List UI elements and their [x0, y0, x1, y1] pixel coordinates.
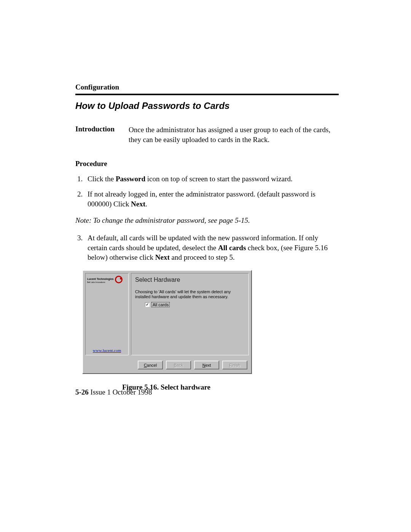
brand-logo: Lucent Technologies Bell Labs Innovation…: [87, 276, 127, 283]
introduction-block: Introduction Once the administrator has …: [75, 125, 339, 144]
wizard-title: Select Hardware: [135, 276, 245, 283]
page-footer: 5-26 Issue 1 October 1998: [75, 388, 152, 396]
wizard-main-panel: Select Hardware Choosing to 'All cards' …: [131, 273, 249, 355]
btn-text: ack: [177, 363, 183, 367]
btn-text: ext: [206, 363, 211, 367]
note-text: Note: To change the administrator passwo…: [75, 216, 339, 225]
cancel-button[interactable]: Cancel: [138, 361, 163, 369]
header-rule: [75, 94, 339, 95]
all-cards-label[interactable]: All cards: [151, 302, 170, 307]
back-button: Back: [166, 361, 191, 369]
wizard-button-row: Cancel Back Next Finish: [83, 358, 251, 373]
page-number: 5-26: [75, 388, 89, 396]
text: Click the: [88, 175, 116, 183]
procedure-step-1: Click the Password icon on top of screen…: [84, 174, 339, 184]
finish-button: Finish: [222, 361, 247, 369]
mnemonic: C: [144, 363, 147, 367]
btn-text: inish: [232, 363, 241, 367]
all-cards-checkbox[interactable]: ✓: [145, 302, 150, 307]
issue-text: Issue 1 October 1998: [89, 388, 152, 396]
text: .: [145, 200, 147, 208]
section-title: How to Upload Passwords to Cards: [75, 101, 339, 111]
mnemonic: B: [174, 363, 177, 367]
brand-ring-icon: [115, 276, 123, 283]
figure-wrapper: Lucent Technologies Bell Labs Innovation…: [82, 270, 339, 391]
next-button[interactable]: Next: [194, 361, 219, 369]
wizard-dialog: Lucent Technologies Bell Labs Innovation…: [82, 270, 252, 374]
bold-next: Next: [131, 200, 145, 208]
introduction-label: Introduction: [75, 125, 121, 144]
wizard-sidebar: Lucent Technologies Bell Labs Innovation…: [85, 273, 129, 355]
text: icon on top of screen to start the passw…: [145, 175, 293, 183]
procedure-step-3: At default, all cards will be updated wi…: [84, 233, 339, 262]
wizard-description: Choosing to 'All cards' will let the sys…: [135, 289, 245, 299]
sidebar-link[interactable]: www.lucent.com: [86, 348, 128, 353]
all-cards-row: ✓ All cards: [145, 302, 245, 307]
text: If not already logged in, enter the admi…: [88, 190, 315, 208]
procedure-step-2: If not already logged in, enter the admi…: [84, 189, 339, 209]
brand-subtext: Bell Labs Innovations: [87, 281, 114, 283]
chapter-header: Configuration: [75, 83, 339, 91]
text: and proceed to step 5.: [170, 253, 235, 261]
bold-next-2: Next: [155, 253, 170, 261]
btn-text: ancel: [147, 363, 157, 367]
procedure-heading: Procedure: [75, 160, 339, 168]
bold-all-cards: All cards: [218, 244, 246, 252]
procedure-list: Click the Password icon on top of screen…: [75, 174, 339, 209]
bold-password: Password: [116, 175, 145, 183]
mnemonic: N: [202, 363, 206, 367]
procedure-list-cont: At default, all cards will be updated wi…: [75, 233, 339, 262]
brand-text: Lucent Technologies: [87, 278, 114, 280]
introduction-text: Once the administrator has assigned a us…: [129, 125, 339, 144]
